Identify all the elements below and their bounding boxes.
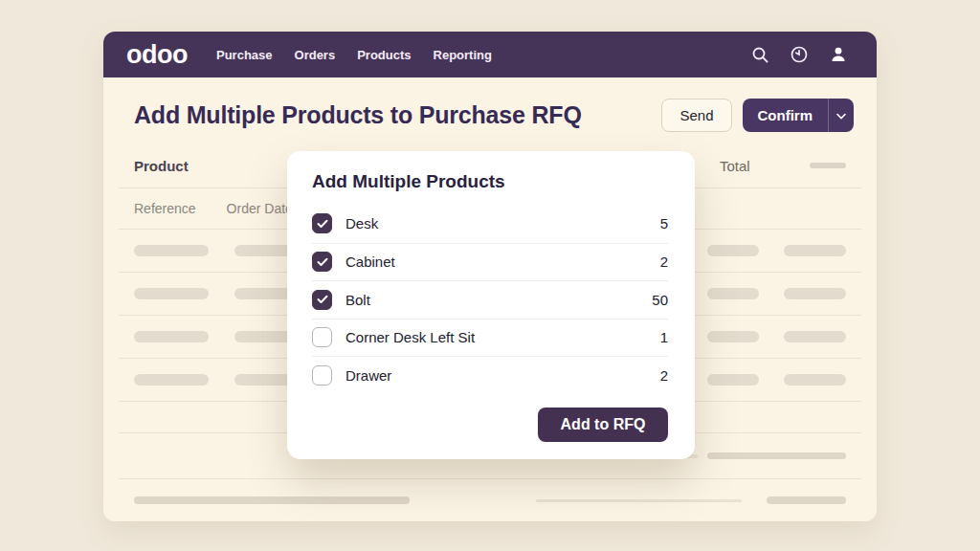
skeleton-bar	[810, 163, 846, 168]
column-header-reference[interactable]: Reference	[134, 201, 196, 216]
skeleton-bar	[134, 331, 209, 342]
product-name: Bolt	[345, 292, 370, 308]
navbar-icons	[750, 45, 848, 64]
send-button[interactable]: Send	[661, 99, 731, 132]
column-header-total[interactable]: Total	[720, 158, 750, 174]
product-list-item: Bolt 50	[312, 280, 668, 319]
add-to-rfq-button[interactable]: Add to RFQ	[538, 408, 668, 442]
checkbox-corner-desk-left-sit[interactable]	[312, 327, 332, 347]
confirm-dropdown-button[interactable]	[828, 99, 854, 132]
skeleton-bar	[134, 245, 209, 256]
nav-item-reporting[interactable]: Reporting	[434, 48, 492, 62]
skeleton-bar	[707, 245, 759, 256]
confirm-button[interactable]: Confirm	[743, 99, 829, 132]
column-header-order-date[interactable]: Order Date	[227, 201, 293, 216]
product-list-item: Corner Desk Left Sit 1	[312, 319, 668, 357]
product-quantity: 2	[660, 367, 668, 384]
main-menu: Purchase Orders Products Reporting	[216, 48, 492, 62]
product-name: Corner Desk Left Sit	[345, 329, 475, 345]
table-row	[119, 479, 861, 521]
skeleton-bar	[707, 374, 759, 386]
header-actions: Send Confirm	[661, 99, 854, 132]
dialog-title: Add Multiple Products	[312, 170, 668, 193]
skeleton-bar	[784, 374, 846, 386]
dialog-footer: Add to RFQ	[312, 408, 668, 442]
product-quantity: 50	[652, 292, 668, 308]
skeleton-bar	[134, 374, 209, 386]
user-icon[interactable]	[829, 45, 848, 64]
column-header-product[interactable]: Product	[134, 158, 189, 174]
product-quantity: 2	[660, 253, 668, 270]
nav-item-orders[interactable]: Orders	[295, 48, 336, 62]
checkbox-drawer[interactable]	[312, 365, 332, 386]
odoo-logo[interactable]: odoo	[126, 42, 188, 68]
product-name: Desk	[345, 215, 378, 231]
add-multiple-products-dialog: Add Multiple Products Desk 5 Cabinet 2 B…	[287, 151, 695, 459]
search-icon[interactable]	[750, 45, 769, 64]
product-list-item: Drawer 2	[312, 356, 668, 394]
product-quantity: 5	[660, 215, 668, 231]
product-name: Cabinet	[345, 253, 395, 270]
skeleton-bar	[784, 331, 846, 342]
chevron-down-icon	[836, 108, 846, 122]
top-navbar: odoo Purchase Orders Products Reporting	[103, 32, 877, 77]
skeleton-bar	[707, 452, 846, 459]
product-quantity: 1	[660, 329, 668, 345]
skeleton-bar	[707, 288, 759, 299]
page-header: Add Multiple Products to Purchase RFQ Se…	[103, 77, 877, 143]
skeleton-bar	[767, 496, 846, 504]
product-name: Drawer	[345, 367, 391, 384]
clock-icon[interactable]	[790, 45, 809, 64]
product-list-item: Cabinet 2	[312, 243, 668, 281]
confirm-split-button: Confirm	[743, 99, 855, 132]
checkbox-bolt[interactable]	[312, 290, 332, 310]
page-title: Add Multiple Products to Purchase RFQ	[134, 101, 582, 129]
skeleton-bar	[707, 331, 759, 342]
skeleton-bar	[784, 245, 846, 256]
checkbox-desk[interactable]	[312, 213, 332, 233]
nav-item-products[interactable]: Products	[357, 48, 411, 62]
skeleton-bar	[134, 496, 410, 504]
nav-item-purchase[interactable]: Purchase	[216, 48, 273, 62]
skeleton-bar	[134, 288, 209, 299]
product-list-item: Desk 5	[312, 205, 668, 243]
checkbox-cabinet[interactable]	[312, 252, 332, 272]
skeleton-bar	[536, 499, 742, 502]
skeleton-bar	[784, 288, 846, 299]
